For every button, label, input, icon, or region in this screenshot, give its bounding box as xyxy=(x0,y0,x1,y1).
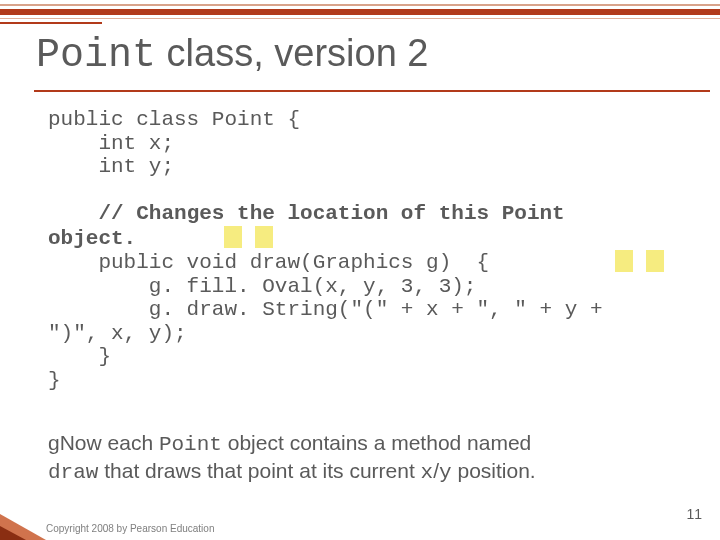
corner-decoration xyxy=(0,514,46,540)
text: that draws that point at its current xyxy=(98,459,420,482)
highlight-box xyxy=(255,226,273,248)
code-line: } xyxy=(48,345,111,368)
inline-code: draw xyxy=(48,461,98,484)
title-code: Point xyxy=(36,33,156,78)
inline-code: y xyxy=(439,461,452,484)
code-line xyxy=(48,202,98,225)
slide: Point class, version 2 public class Poin… xyxy=(0,0,720,540)
code-line: } xyxy=(48,369,61,392)
text: Now each xyxy=(60,431,159,454)
text: object contains a method named xyxy=(222,431,531,454)
code-line: g. fill. Oval(x, y, 3, 3); xyxy=(48,275,476,298)
inline-code: Point xyxy=(159,433,222,456)
page-title: Point class, version 2 xyxy=(36,32,428,78)
code-line: int x; xyxy=(48,132,174,155)
inline-code: x xyxy=(421,461,434,484)
code-block: public class Point { int x; int y; // Ch… xyxy=(48,108,700,392)
highlight-box xyxy=(224,226,242,248)
decor-line xyxy=(0,4,720,6)
bullet-icon: g xyxy=(48,431,60,454)
code-line: int y; xyxy=(48,155,174,178)
code-line: public void draw(Graphics g) { xyxy=(48,251,489,274)
copyright-footer: Copyright 2008 by Pearson Education xyxy=(46,523,214,534)
title-rest: class, version 2 xyxy=(156,32,428,74)
code-line: public class Point { xyxy=(48,108,300,131)
decor-line xyxy=(0,9,720,15)
decor-line xyxy=(0,18,720,19)
highlight-box xyxy=(615,250,633,272)
page-number: 11 xyxy=(686,506,702,522)
text: position. xyxy=(452,459,536,482)
code-line: g. draw. String("(" + x + ", " + y + xyxy=(48,298,603,321)
body-paragraph: gNow each Point object contains a method… xyxy=(48,430,708,487)
code-line: ")", x, y); xyxy=(48,322,187,345)
code-comment: // Changes the location of this Point xyxy=(98,202,564,225)
code-comment: object. xyxy=(48,227,136,250)
decor-line xyxy=(34,90,710,92)
decor-line xyxy=(0,22,102,24)
highlight-box xyxy=(646,250,664,272)
